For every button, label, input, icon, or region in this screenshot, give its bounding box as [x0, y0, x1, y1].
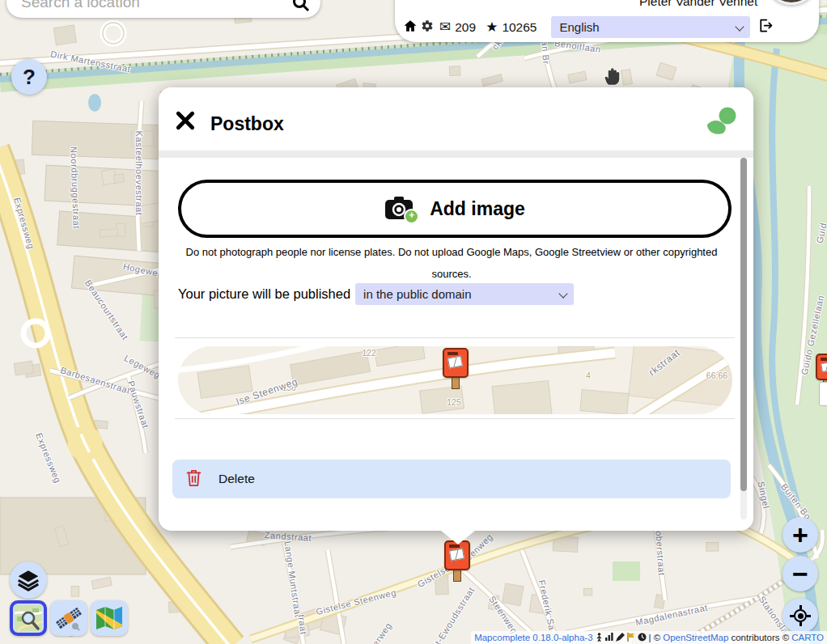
logout-icon[interactable]: [757, 17, 774, 37]
changeset-count: 10265: [502, 20, 536, 35]
license-select[interactable]: in the public domain: [355, 283, 574, 305]
dialog-header: Postbox: [159, 87, 753, 158]
clock-icon: [638, 633, 647, 643]
marker-popup-fragment: [819, 382, 827, 406]
layers-icon: [17, 569, 40, 591]
person-icon: [596, 633, 603, 643]
star-icon: ★: [486, 19, 498, 36]
user-panel: Pieter Vander Vennet ✉ 209 ★ 10265 Engli…: [395, 0, 819, 42]
folded-map-icon: [95, 605, 124, 631]
geolocate-button[interactable]: [782, 598, 818, 633]
attribution-bar: Mapcomplete 0.18.0-alpha-3 | © OpenStree…: [471, 631, 827, 644]
language-select[interactable]: English: [551, 16, 750, 38]
user-stats-row: ✉ 209 ★ 10265 English: [403, 16, 774, 38]
layers-button[interactable]: [10, 561, 47, 599]
license-prefix: Your picture will be published: [178, 286, 350, 302]
map-style-osm-button[interactable]: [10, 600, 47, 636]
messages-icon[interactable]: ✉: [439, 19, 451, 36]
carto-link[interactable]: CARTO: [791, 633, 824, 642]
street-label: 125: [447, 397, 461, 407]
search-input[interactable]: [19, 0, 291, 12]
street-label: 66;66: [706, 371, 727, 380]
add-image-label: Add image: [430, 198, 525, 220]
postbox-dialog: Postbox + Add image Do not photograph pe…: [159, 87, 753, 531]
search-bar[interactable]: [6, 0, 320, 18]
osm-link[interactable]: OpenStreetMap: [663, 633, 728, 642]
delete-label: Delete: [218, 472, 255, 486]
username: Pieter Vander Vennet: [639, 0, 757, 9]
pencil-icon: [616, 633, 625, 643]
zoom-out-button[interactable]: −: [782, 556, 818, 591]
postbox-map-marker[interactable]: [444, 540, 470, 582]
home-icon[interactable]: [403, 19, 418, 36]
mapcomplete-app: Dirk MartensstraatcklaanJan BrBenoitlaan…: [0, 0, 827, 644]
close-icon[interactable]: [175, 110, 196, 131]
pan-hand-cursor: [603, 65, 625, 90]
separator: | ©: [649, 633, 661, 642]
mapcomplete-version-link[interactable]: Mapcomplete 0.18.0-alpha-3: [474, 633, 592, 642]
delete-button[interactable]: Delete: [172, 460, 731, 498]
street-label: 122: [362, 348, 376, 358]
license-selected: in the public domain: [363, 287, 471, 301]
search-icon[interactable]: [291, 0, 311, 16]
stats-icon: [605, 633, 613, 642]
osm-carto-icon: [15, 605, 42, 631]
postbox-minimap-marker: [443, 348, 469, 389]
dialog-scrollbar[interactable]: [740, 158, 747, 519]
contributors-text: contributors ©: [731, 633, 789, 642]
chevron-down-icon: [558, 289, 567, 298]
trash-icon: [185, 468, 202, 490]
mapcomplete-logo-icon: [706, 105, 738, 139]
flag-icon: [627, 633, 635, 643]
avatar[interactable]: [766, 0, 817, 5]
geolocate-icon: [791, 606, 810, 625]
plus-badge-icon: +: [404, 209, 419, 224]
zoom-in-button[interactable]: +: [782, 517, 818, 553]
map-style-satellite-button[interactable]: [50, 600, 87, 636]
help-label: ?: [23, 65, 36, 90]
feature-minimap[interactable]: 122136125466;66rkstraatlse Steenweg: [178, 346, 732, 414]
image-disclaimer: Do not photograph people nor license pla…: [183, 241, 720, 285]
language-selected: English: [559, 20, 599, 34]
divider: [175, 337, 735, 338]
dialog-title: Postbox: [210, 113, 284, 135]
satellite-icon: [54, 604, 83, 632]
license-row: Your picture will be published in the pu…: [178, 283, 574, 305]
add-image-button[interactable]: + Add image: [178, 180, 732, 238]
minus-icon: −: [792, 557, 808, 590]
gear-icon[interactable]: [421, 19, 434, 36]
messages-count: 209: [455, 20, 476, 35]
help-button[interactable]: ?: [11, 59, 47, 95]
camera-plus-icon: +: [384, 196, 417, 222]
map-style-map-button[interactable]: [91, 600, 128, 636]
postbox-body: [444, 540, 470, 570]
chevron-down-icon: [736, 22, 744, 31]
divider: [175, 418, 735, 419]
postbox-leg: [453, 570, 461, 582]
scrollbar-thumb[interactable]: [740, 158, 747, 491]
plus-icon: +: [792, 519, 808, 551]
street-label: 4: [586, 371, 591, 380]
